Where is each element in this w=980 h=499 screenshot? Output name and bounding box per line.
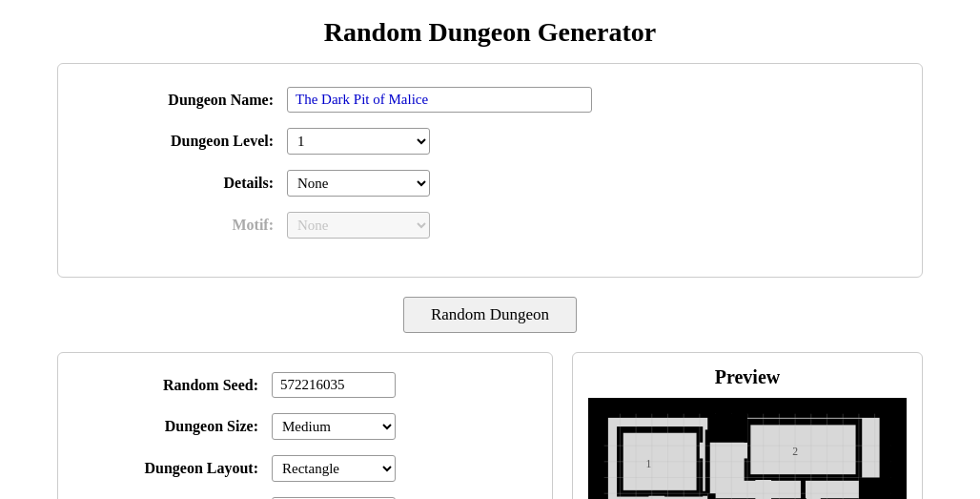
top-form-section: Dungeon Name: Dungeon Level: 1 2 3 4 5 6… (57, 63, 923, 278)
details-select[interactable]: None Standard Detailed (287, 170, 430, 197)
dungeon-level-row: Dungeon Level: 1 2 3 4 5 6 7 8 9 10 11 1… (96, 128, 884, 155)
dungeon-size-select[interactable]: Fine Diminutive Tiny Small Medium Large … (272, 413, 396, 440)
svg-rect-4 (747, 422, 859, 477)
preview-title: Preview (588, 366, 907, 388)
svg-text:2: 2 (792, 446, 798, 458)
options-panel: Random Seed: Dungeon Size: Fine Diminuti… (57, 352, 553, 499)
options-panel-inner: Random Seed: Dungeon Size: Fine Diminuti… (57, 352, 553, 499)
dungeon-map: 1 2 3 4 5 6 7 (588, 398, 907, 499)
motif-label: Motif: (96, 217, 287, 234)
random-dungeon-button[interactable]: Random Dungeon (403, 297, 577, 333)
dungeon-name-row: Dungeon Name: (96, 87, 884, 113)
dungeon-size-label: Dungeon Size: (81, 418, 272, 435)
dungeon-layout-row: Dungeon Layout: Square Rectangle Box Cro… (81, 455, 529, 482)
random-seed-input[interactable] (272, 372, 396, 398)
dungeon-name-input[interactable] (287, 87, 592, 113)
dungeon-layout-select[interactable]: Square Rectangle Box Cross Dagger Saltir… (272, 455, 396, 482)
svg-rect-62 (880, 414, 891, 499)
dungeon-level-label: Dungeon Level: (96, 133, 287, 150)
motif-row: Motif: None (96, 212, 884, 239)
details-label: Details: (96, 175, 287, 192)
details-row: Details: None Standard Detailed (96, 170, 884, 197)
svg-rect-57 (707, 493, 715, 499)
random-seed-label: Random Seed: (81, 377, 272, 394)
dungeon-name-label: Dungeon Name: (96, 92, 287, 109)
random-button-row: Random Dungeon (57, 297, 923, 333)
random-seed-row: Random Seed: (81, 372, 529, 398)
svg-rect-55 (707, 414, 747, 443)
svg-text:1: 1 (646, 458, 652, 470)
page-title: Random Dungeon Generator (57, 0, 923, 63)
dungeon-size-row: Dungeon Size: Fine Diminutive Tiny Small… (81, 413, 529, 440)
dungeon-layout-label: Dungeon Layout: (81, 460, 272, 477)
motif-select[interactable]: None (287, 212, 430, 239)
dungeon-level-select[interactable]: 1 2 3 4 5 6 7 8 9 10 11 12 13 14 15 16 1… (287, 128, 430, 155)
lower-section: Random Seed: Dungeon Size: Fine Diminuti… (57, 352, 923, 499)
preview-panel: Preview (572, 352, 923, 499)
